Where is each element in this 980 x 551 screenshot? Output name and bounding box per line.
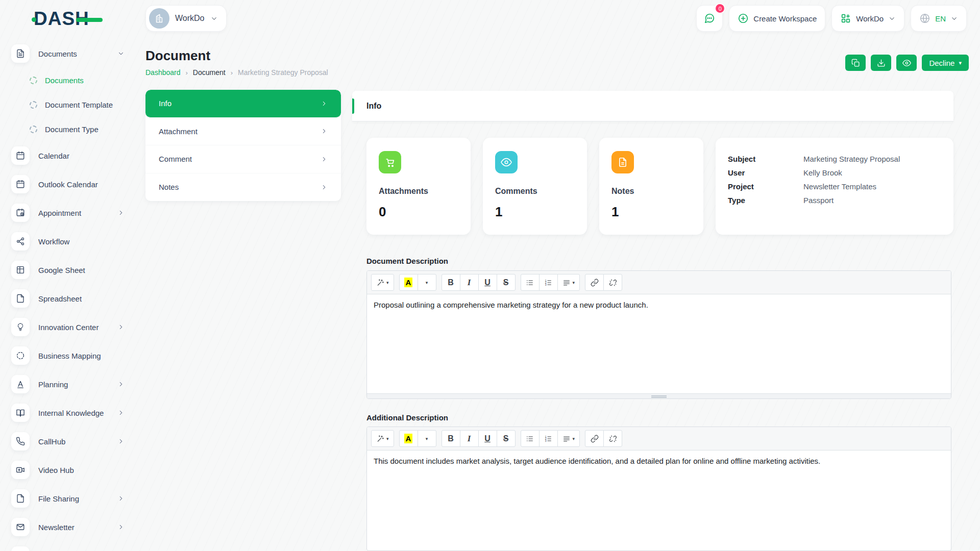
sidebar-item-planning[interactable]: Planning xyxy=(11,370,139,398)
workspace-dropdown[interactable]: WorkDo xyxy=(831,5,904,32)
tab-info[interactable]: Info xyxy=(145,90,341,118)
decline-dropdown-button[interactable]: Decline ▾ xyxy=(922,55,969,71)
chevron-right-icon xyxy=(321,100,328,107)
tab-notes[interactable]: Notes xyxy=(145,173,341,202)
toolbar-bold-button[interactable]: B xyxy=(442,430,460,447)
messages-badge: 0 xyxy=(715,3,725,14)
sidebar-item-internal-knowledge[interactable]: Internal Knowledge xyxy=(11,398,139,427)
chevron-right-icon xyxy=(117,438,125,445)
sidebar-item-workflow[interactable]: Workflow xyxy=(11,227,139,256)
toolbar-underline-button[interactable]: U xyxy=(478,430,497,447)
sidebar-item-spreadsheet[interactable]: Spreadsheet xyxy=(11,284,139,313)
editor-toolbar: ▾A▾BIUS123▾ xyxy=(367,427,951,450)
sidebar-item-video-hub[interactable]: Video Hub xyxy=(11,456,139,484)
caret-down-icon: ▾ xyxy=(386,436,389,441)
toolbar-underline-button[interactable]: U xyxy=(478,274,497,291)
tab-attachment[interactable]: Attachment xyxy=(145,118,341,146)
toolbar-strikethrough-button[interactable]: S xyxy=(497,274,516,291)
bold-glyph: B xyxy=(448,434,454,443)
sidebar-item-newsletter[interactable]: Newsletter xyxy=(11,513,139,541)
tab-comment[interactable]: Comment xyxy=(145,145,341,173)
mail-icon xyxy=(16,522,25,532)
breadcrumb-document[interactable]: Document xyxy=(193,68,226,77)
toolbar-button-group: ▾ xyxy=(371,274,394,291)
page-actions: Decline ▾ xyxy=(845,55,969,71)
create-workspace-button[interactable]: Create Workspace xyxy=(729,5,825,32)
sidebar-item-documents[interactable]: Documents xyxy=(11,39,139,68)
sidebar-item-file-sharing[interactable]: File Sharing xyxy=(11,484,139,513)
toolbar-link-button[interactable] xyxy=(585,430,604,447)
dashed-circle-icon xyxy=(30,77,37,84)
language-label: EN xyxy=(935,14,946,23)
page-title: Document xyxy=(145,48,210,64)
toolbar-ordered-list-button[interactable]: 123 xyxy=(539,430,558,447)
sidebar-subitem-label: Documents xyxy=(45,76,84,85)
toolbar-link-button[interactable] xyxy=(585,274,604,291)
toolbar-font-color-more-button[interactable]: ▾ xyxy=(418,430,436,447)
toolbar-unordered-list-button[interactable] xyxy=(521,274,540,291)
download-button[interactable] xyxy=(871,55,891,71)
svg-text:3: 3 xyxy=(545,283,547,286)
sidebar-item-label: Workflow xyxy=(38,237,69,246)
toolbar-style-dropdown-button[interactable]: ▾ xyxy=(371,430,394,447)
toolbar-paragraph-align-button[interactable]: ▾ xyxy=(557,430,580,447)
app-logo[interactable]: DASH xyxy=(34,9,89,29)
eye-icon xyxy=(501,157,512,168)
grid-plus-icon xyxy=(840,13,851,24)
sidebar-item-label: Newsletter xyxy=(38,523,75,532)
italic-glyph: I xyxy=(468,278,471,288)
underline-glyph: U xyxy=(484,278,491,287)
sidebar-item-google-sheet[interactable]: Google Sheet xyxy=(11,256,139,284)
toolbar-bold-button[interactable]: B xyxy=(442,274,460,291)
strikethrough-glyph: S xyxy=(503,434,509,443)
detail-label: Subject xyxy=(728,152,803,166)
toolbar-font-color-button[interactable]: A xyxy=(399,274,418,291)
editor-content[interactable]: Proposal outlining a comprehensive marke… xyxy=(367,294,951,393)
toolbar-italic-button[interactable]: I xyxy=(460,430,479,447)
workspace-selector-label: WorkDo xyxy=(175,14,205,23)
breadcrumb-marketing-strategy-proposal: Marketing Strategy Proposal xyxy=(238,68,328,77)
chevron-down-icon xyxy=(950,15,958,22)
file-icon xyxy=(16,494,25,503)
sidebar-item-partial[interactable] xyxy=(11,541,139,551)
sidebar-item-callhub[interactable]: CallHub xyxy=(11,427,139,456)
toolbar-italic-button[interactable]: I xyxy=(460,274,479,291)
tab-label: Info xyxy=(159,99,172,108)
stat-value: 0 xyxy=(379,204,458,220)
stat-card-notes: Notes1 xyxy=(599,138,703,235)
chevron-down-icon xyxy=(117,50,125,57)
sidebar-subitem-document-template[interactable]: Document Template xyxy=(11,92,139,117)
breadcrumb-dashboard[interactable]: Dashboard xyxy=(145,68,181,77)
toolbar-paragraph-align-button[interactable]: ▾ xyxy=(557,274,580,291)
breadcrumb-separator: › xyxy=(186,69,188,77)
breadcrumb-separator: › xyxy=(231,69,233,77)
copy-button[interactable] xyxy=(845,55,866,71)
toolbar-ordered-list-button[interactable]: 123 xyxy=(539,274,558,291)
toolbar-unlink-button[interactable] xyxy=(603,430,622,447)
dashed-circle-icon xyxy=(16,351,25,360)
table-icon xyxy=(16,265,25,274)
sidebar-item-label: File Sharing xyxy=(38,494,79,503)
language-selector[interactable]: EN xyxy=(911,5,967,32)
editor-resize-bar[interactable] xyxy=(367,393,951,399)
sidebar: DocumentsDocumentsDocument TemplateDocum… xyxy=(0,37,139,551)
toolbar-strikethrough-button[interactable]: S xyxy=(497,430,516,447)
sidebar-item-outlook-calendar[interactable]: Outlook Calendar xyxy=(11,170,139,198)
sidebar-item-calendar[interactable]: Calendar xyxy=(11,141,139,170)
strikethrough-glyph: S xyxy=(503,278,509,287)
sidebar-subitem-documents[interactable]: Documents xyxy=(11,68,139,92)
toolbar-style-dropdown-button[interactable]: ▾ xyxy=(371,274,394,291)
toolbar-unordered-list-button[interactable] xyxy=(521,430,540,447)
toolbar-font-color-more-button[interactable]: ▾ xyxy=(418,274,436,291)
editor-content[interactable]: This document includes market analysis, … xyxy=(367,450,951,551)
sidebar-item-innovation-center[interactable]: Innovation Center xyxy=(11,313,139,341)
sidebar-subitem-document-type[interactable]: Document Type xyxy=(11,117,139,141)
workspace-selector[interactable]: WorkDo xyxy=(145,5,227,32)
sidebar-item-business-mapping[interactable]: Business Mapping xyxy=(11,341,139,370)
messages-button[interactable]: 0 xyxy=(696,5,723,32)
sidebar-item-appointment[interactable]: Appointment xyxy=(11,198,139,227)
toolbar-unlink-button[interactable] xyxy=(603,274,622,291)
link-icon xyxy=(591,435,599,443)
toolbar-font-color-button[interactable]: A xyxy=(399,430,418,447)
preview-button[interactable] xyxy=(896,55,917,71)
